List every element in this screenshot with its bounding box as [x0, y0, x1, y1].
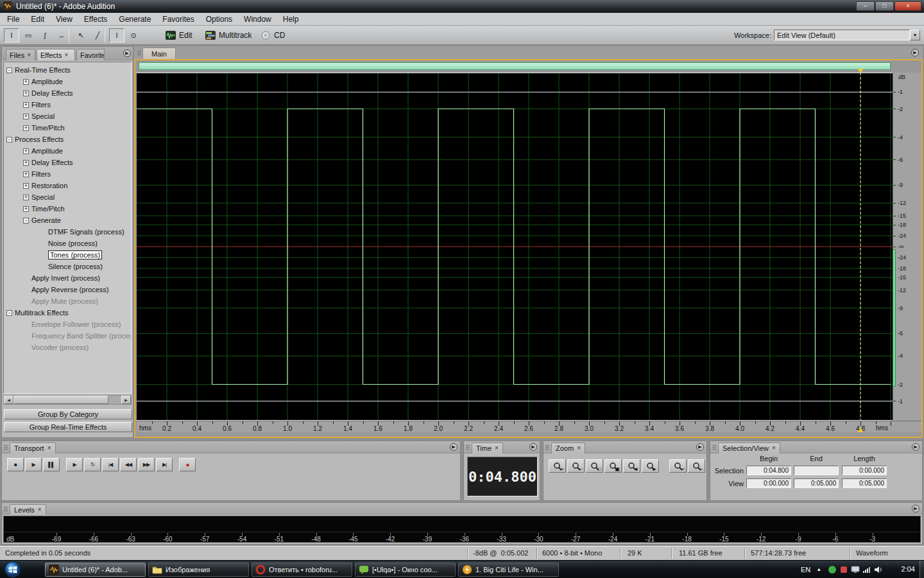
panel-header[interactable]: Zoom × ▶ — [543, 441, 706, 453]
tree-item-vocoder-process[interactable]: Vocoder (process) — [4, 342, 131, 353]
level-meter[interactable]: dB -69-66-63-60-57-54-51-48-45-42-39-36-… — [3, 516, 921, 543]
tab-close-icon[interactable]: × — [577, 444, 581, 453]
rewind-button[interactable]: ◀◀ — [120, 458, 137, 471]
taskbar-button-item[interactable]: Изображения — [148, 563, 249, 577]
view-begin-field[interactable]: 0:00.000 — [746, 478, 791, 488]
panel-grip[interactable] — [466, 444, 470, 450]
tab-effects[interactable]: Effects× — [37, 49, 75, 60]
volume-icon[interactable] — [874, 566, 883, 575]
language-indicator[interactable]: EN — [801, 566, 810, 574]
tree-item-apply-reverse-process[interactable]: Apply Reverse (process) — [4, 284, 131, 295]
tab-time[interactable]: Time × — [472, 442, 503, 453]
go-to-end-button[interactable]: ▶| — [156, 458, 173, 471]
multitrack-view-button[interactable]: Multitrack — [201, 28, 255, 42]
tab-favorites[interactable]: Favorites× — [76, 49, 105, 60]
panel-header[interactable]: Selection/View × ▶ — [710, 441, 922, 453]
tree-item-amplitude[interactable]: +Amplitude — [4, 76, 131, 87]
tree-item-time-pitch[interactable]: +Time/Pitch — [4, 203, 131, 215]
panel-menu-icon[interactable]: ▶ — [529, 443, 537, 451]
vertical-zoom-scrollbar[interactable] — [893, 249, 896, 387]
zoom-to-selection-right-button[interactable]: ► — [642, 459, 659, 473]
tree-expand-toggle[interactable]: + — [23, 79, 29, 85]
display-icon[interactable] — [851, 566, 860, 575]
menu-item-file[interactable]: File — [1, 13, 25, 25]
db-ruler[interactable]: dB-1-1-2-2-4-4-6-6-9-9-12-12-15-15-18-18… — [893, 73, 921, 421]
tree-item-delay-effects[interactable]: +Delay Effects — [4, 87, 131, 99]
tree-item-generate[interactable]: -Generate — [4, 215, 131, 226]
scrub-tool[interactable]: ↔ — [54, 28, 69, 42]
tab-close-icon[interactable]: × — [495, 444, 499, 453]
scrollbar-thumb[interactable] — [13, 396, 108, 404]
taskbar-clock[interactable]: 2:04 — [902, 565, 915, 573]
waveform-display[interactable] — [137, 73, 893, 421]
tab-close-icon[interactable]: × — [772, 444, 776, 453]
play-from-cursor-button[interactable]: ▶ — [66, 458, 83, 471]
scroll-right-button[interactable]: ▶ — [121, 396, 131, 404]
menu-item-options[interactable]: Options — [200, 13, 238, 25]
start-button[interactable] — [4, 561, 22, 578]
selection-length-field[interactable]: 0:00.000 — [842, 466, 887, 475]
panel-menu-icon[interactable]: ▶ — [911, 49, 919, 57]
tree-item-time-pitch[interactable]: +Time/Pitch — [4, 122, 131, 134]
view-end-field[interactable]: 0:05.000 — [794, 478, 839, 488]
tree-item-envelope-follower-process[interactable]: Envelope Follower (process) — [4, 319, 131, 330]
tree-collapse-toggle[interactable]: - — [6, 310, 12, 316]
zoom-out-full-button[interactable]: □ — [586, 459, 603, 473]
marquee-selection-tool[interactable]: ▭ — [21, 28, 36, 42]
workspace-dropdown-arrow[interactable]: ▼ — [910, 30, 920, 40]
move-tool[interactable]: ↖ — [73, 28, 89, 42]
group-real-time-effects-button[interactable]: Group Real-Time Effects — [4, 422, 132, 432]
selection-end-field[interactable] — [794, 466, 839, 475]
tree-collapse-toggle[interactable]: - — [6, 137, 12, 143]
tree-expand-toggle[interactable]: + — [23, 102, 29, 108]
panel-header[interactable]: Transport × ▶ — [2, 441, 460, 453]
tree-expand-toggle[interactable]: + — [23, 171, 29, 177]
tray-icon[interactable] — [828, 565, 837, 575]
lasso-selection-tool[interactable]: ∫ — [37, 28, 53, 42]
tab-close-icon[interactable]: × — [47, 444, 51, 453]
tree-expand-toggle[interactable]: + — [23, 183, 29, 189]
overview-scrollbar[interactable] — [139, 62, 891, 70]
time-selection-tool[interactable]: I — [4, 28, 19, 42]
minimize-button[interactable]: – — [856, 1, 875, 11]
menu-item-favorites[interactable]: Favorites — [157, 13, 200, 25]
tree-collapse-toggle[interactable]: - — [23, 218, 29, 223]
tab-close-icon[interactable]: × — [38, 506, 42, 514]
fast-forward-button[interactable]: ▶▶ — [138, 458, 155, 471]
close-button[interactable]: × — [894, 1, 921, 11]
view-length-field[interactable]: 0:05.000 — [842, 478, 887, 488]
panel-grip[interactable] — [4, 444, 8, 450]
taskbar-button-untitled-6-adob[interactable]: Untitled (6)* - Adob... — [45, 563, 146, 577]
tab-main[interactable]: Main — [142, 48, 176, 59]
tab-close-icon[interactable]: × — [27, 51, 31, 60]
tab-zoom[interactable]: Zoom × — [551, 442, 585, 453]
tab-files[interactable]: Files× — [6, 49, 35, 60]
go-to-beginning-button[interactable]: |◀ — [102, 458, 119, 471]
tree-expand-toggle[interactable]: + — [23, 160, 29, 166]
taskbar-button-roboforu[interactable]: Ответить • roboforu... — [252, 563, 352, 577]
tree-expand-toggle[interactable]: + — [23, 206, 29, 212]
panel-grip[interactable] — [712, 444, 716, 450]
tree-expand-toggle[interactable]: + — [23, 114, 29, 119]
tree-expand-toggle[interactable]: + — [23, 91, 29, 96]
scroll-left-button[interactable]: ◀ — [4, 396, 13, 404]
panel-grip[interactable] — [545, 444, 549, 450]
edit-view-button[interactable]: Edit — [162, 28, 196, 42]
group-by-category-button[interactable]: Group By Category — [4, 409, 132, 419]
panel-grip[interactable] — [4, 506, 8, 512]
tree-expand-toggle[interactable]: + — [23, 148, 29, 154]
taskbar-button-ulqa[interactable]: [•Ulqa•] - Окно соо... — [355, 563, 456, 577]
panel-grip[interactable] — [137, 50, 141, 56]
hidden-icons-arrow[interactable]: ▴ — [817, 566, 821, 572]
waveform-canvas[interactable] — [137, 73, 893, 421]
tree-item-special[interactable]: +Special — [4, 110, 131, 122]
panel-menu-icon[interactable]: ▶ — [912, 443, 920, 451]
zoom-out-vertically-button[interactable]: − — [688, 459, 705, 473]
cursor-marker-bottom[interactable] — [857, 428, 864, 432]
tree-item-amplitude[interactable]: +Amplitude — [4, 145, 131, 157]
show-desktop-button[interactable] — [920, 561, 924, 578]
zoom-to-selection-left-button[interactable]: ◄ — [623, 459, 640, 473]
menu-item-effects[interactable]: Effects — [78, 13, 113, 25]
time-ruler[interactable]: hmshms0.20.40.60.81.01.21.41.61.82.02.22… — [137, 421, 893, 432]
tab-levels[interactable]: Levels × — [10, 504, 46, 514]
